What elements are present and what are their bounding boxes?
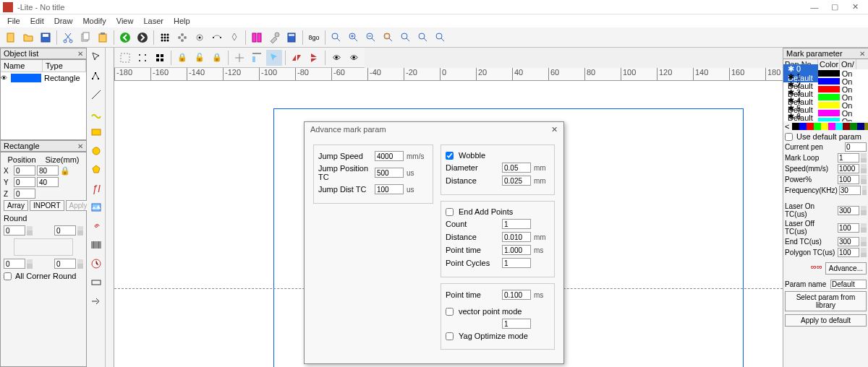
menu-file[interactable]: File xyxy=(3,17,25,25)
eye2-icon[interactable]: 👁 xyxy=(346,50,362,66)
power-input[interactable] xyxy=(838,175,859,184)
color-swatch[interactable] xyxy=(835,123,843,130)
mirror-h-icon[interactable] xyxy=(289,50,305,66)
eye1-icon[interactable]: 👁 xyxy=(328,50,344,66)
barcode-icon[interactable] xyxy=(88,237,104,253)
y-input[interactable] xyxy=(14,177,35,187)
wobble-checkbox[interactable] xyxy=(446,152,454,160)
ptime2-input[interactable] xyxy=(502,290,531,300)
diameter-input[interactable] xyxy=(502,163,531,173)
h-input[interactable] xyxy=(37,177,59,187)
advance-button[interactable]: Advance... xyxy=(825,262,867,275)
text-tool-icon[interactable]: ƒI xyxy=(88,181,104,197)
rect-icon[interactable] xyxy=(88,124,104,140)
inport-button[interactable]: INPORT xyxy=(30,200,64,211)
zoom-sel-icon[interactable] xyxy=(398,30,414,46)
pcycles-input[interactable] xyxy=(502,258,531,268)
circle-icon[interactable] xyxy=(88,143,104,159)
sel1-icon[interactable] xyxy=(117,50,133,66)
maximize-button[interactable]: ▢ xyxy=(825,2,845,12)
applydef-button[interactable]: Apply to default xyxy=(785,314,867,327)
lock-icon[interactable]: 🔒 xyxy=(60,166,70,176)
objectlist-close[interactable]: ✕ xyxy=(77,50,83,58)
new-icon[interactable] xyxy=(3,30,19,46)
zoom6-icon[interactable] xyxy=(433,30,448,46)
endadd-checkbox[interactable] xyxy=(446,208,454,216)
markparam-close[interactable]: ✕ xyxy=(859,50,865,58)
zoom-fit-icon[interactable] xyxy=(380,30,396,46)
color-swatch[interactable] xyxy=(814,123,821,130)
lock2-icon[interactable]: 🔓 xyxy=(192,50,208,66)
extend-icon[interactable] xyxy=(88,293,104,309)
laseron-input[interactable] xyxy=(838,206,859,215)
lock-icon[interactable]: 🔒 xyxy=(174,50,190,66)
minimize-button[interactable]: — xyxy=(804,3,825,12)
open-icon[interactable] xyxy=(20,30,36,46)
node-icon[interactable] xyxy=(88,68,104,84)
color-swatch[interactable] xyxy=(828,123,835,130)
zoom-out-icon[interactable] xyxy=(363,30,379,46)
color-swatch[interactable] xyxy=(807,123,814,130)
align2-icon[interactable] xyxy=(249,50,265,66)
selectlib-button[interactable]: Select param from library xyxy=(785,291,867,311)
array-icon[interactable] xyxy=(157,30,173,46)
freq-input[interactable] xyxy=(839,186,861,195)
ptime-input[interactable] xyxy=(502,245,531,255)
lock3-icon[interactable]: 🔒 xyxy=(209,50,225,66)
close-button[interactable]: ✕ xyxy=(845,2,865,12)
z-input[interactable] xyxy=(14,189,35,199)
align1-icon[interactable] xyxy=(231,50,247,66)
x-input[interactable] xyxy=(14,165,35,176)
clock-icon[interactable] xyxy=(88,256,104,272)
mirror-v-icon[interactable] xyxy=(306,50,322,66)
r3-input[interactable] xyxy=(4,259,25,269)
input-icon[interactable] xyxy=(88,275,104,290)
allcorner-checkbox[interactable] xyxy=(4,272,12,280)
menu-modify[interactable]: Modify xyxy=(78,17,110,25)
array-button[interactable]: Array xyxy=(4,200,28,211)
pen-table[interactable]: Pen NoColorOn/ ✱ 0 DefaultOn✱ 1 DefaultO… xyxy=(783,59,868,121)
r4-input[interactable] xyxy=(54,259,76,269)
tools-icon[interactable] xyxy=(266,30,282,46)
menu-view[interactable]: View xyxy=(112,17,138,25)
count-input[interactable] xyxy=(502,219,531,229)
save-icon[interactable] xyxy=(38,30,54,46)
menu-laser[interactable]: Laser xyxy=(139,17,168,25)
back-icon[interactable] xyxy=(117,30,133,46)
sel2-icon[interactable] xyxy=(135,50,150,66)
pattern2-icon[interactable] xyxy=(192,30,208,46)
object-list[interactable]: Name Type 👁 Rectangle xyxy=(0,59,87,140)
zoom5-icon[interactable] xyxy=(415,30,431,46)
color-swatch[interactable] xyxy=(864,123,868,130)
color-swatch[interactable] xyxy=(799,123,807,130)
align3-icon[interactable] xyxy=(266,50,282,66)
menu-edit[interactable]: Edit xyxy=(26,17,48,25)
r2-input[interactable] xyxy=(54,225,76,236)
line-icon[interactable] xyxy=(88,87,104,103)
polygon-icon[interactable] xyxy=(88,162,104,178)
cut-icon[interactable] xyxy=(60,30,76,46)
spiral-icon[interactable] xyxy=(88,218,104,234)
object-row[interactable]: 👁 Rectangle xyxy=(1,72,86,84)
distance2-input[interactable] xyxy=(502,232,531,242)
yag-checkbox[interactable] xyxy=(446,332,454,340)
color-swatch[interactable] xyxy=(843,123,850,130)
currentpen-input[interactable] xyxy=(845,142,867,152)
color-swatch[interactable] xyxy=(850,123,857,130)
pattern4-icon[interactable] xyxy=(226,30,242,46)
vectorval-input[interactable] xyxy=(502,319,531,329)
polytc-input[interactable] xyxy=(838,248,859,257)
sel3-icon[interactable] xyxy=(152,50,168,66)
laseroff-input[interactable] xyxy=(838,223,859,233)
jumpdist-input[interactable] xyxy=(375,184,404,194)
jumpspeed-input[interactable] xyxy=(375,151,404,161)
distance-input[interactable] xyxy=(502,176,531,186)
forward-icon[interactable] xyxy=(135,30,150,46)
color-swatch[interactable] xyxy=(821,123,828,130)
endtc-input[interactable] xyxy=(838,237,859,246)
zoom-in-icon[interactable] xyxy=(346,30,362,46)
menu-draw[interactable]: Draw xyxy=(50,17,77,25)
dialog-close[interactable]: ✕ xyxy=(551,125,558,134)
zoom-icon[interactable] xyxy=(328,30,344,46)
pattern3-icon[interactable] xyxy=(209,30,225,46)
